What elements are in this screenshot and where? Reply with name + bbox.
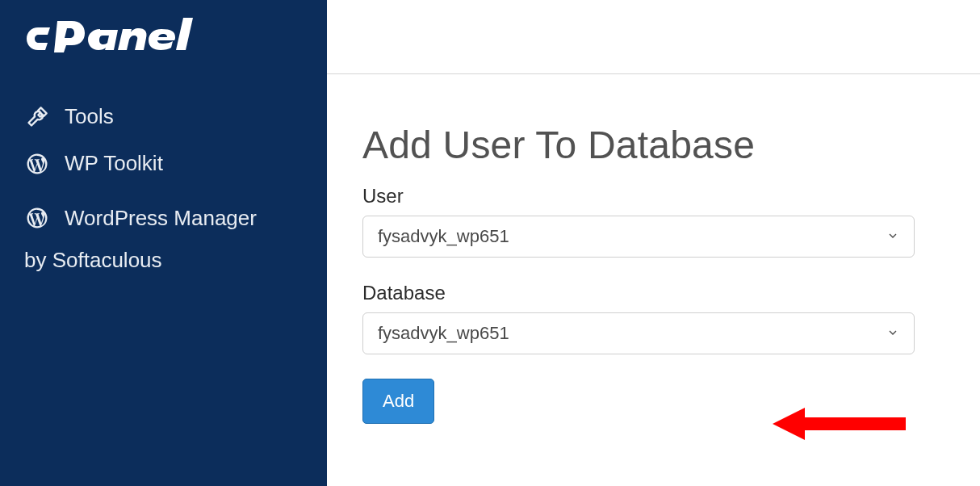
main-content: Add User To Database User fysadvyk_wp651… [327,0,980,486]
chevron-down-icon [886,226,899,247]
tab-strip [327,0,980,74]
sidebar-item-label: WordPress Manager [65,197,257,239]
sidebar-item-tools[interactable]: Tools [23,94,304,140]
tools-icon [24,106,50,128]
database-select[interactable]: fysadvyk_wp651 [362,312,915,354]
wordpress-icon [24,206,50,230]
database-label: Database [362,282,944,304]
user-field: User fysadvyk_wp651 [362,185,944,258]
user-label: User [362,185,944,207]
page-title: Add User To Database [362,123,944,167]
sidebar: Tools WP Toolkit WordPress Manager by So… [0,0,327,486]
cpanel-logo [23,18,304,57]
sidebar-item-sublabel: by Softaculous [24,239,304,281]
database-field: Database fysadvyk_wp651 [362,282,944,354]
sidebar-nav: Tools WP Toolkit WordPress Manager by So… [23,94,304,291]
user-select[interactable]: fysadvyk_wp651 [362,216,915,258]
user-select-value: fysadvyk_wp651 [378,226,509,247]
sidebar-item-label: Tools [65,103,114,131]
chevron-down-icon [886,323,899,344]
cpanel-logo-icon [23,18,199,57]
database-select-value: fysadvyk_wp651 [378,323,509,344]
wordpress-icon [24,152,50,176]
add-button[interactable]: Add [362,379,434,424]
sidebar-item-wordpress-manager[interactable]: WordPress Manager by Softaculous [23,187,304,291]
sidebar-item-label: WP Toolkit [65,150,163,178]
sidebar-item-wp-toolkit[interactable]: WP Toolkit [23,140,304,187]
